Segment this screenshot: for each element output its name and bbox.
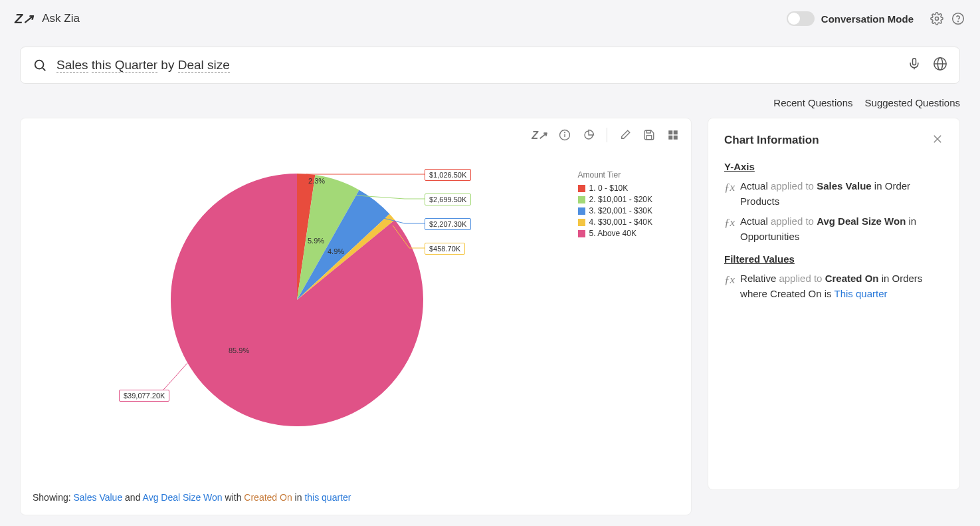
- legend-item[interactable]: 2. $10,001 - $20K: [578, 195, 652, 204]
- legend-title: Amount Tier: [578, 170, 652, 180]
- pie-pct-2: 5.9%: [308, 237, 324, 245]
- search-query: Sales this Quarter by Deal size: [56, 58, 886, 72]
- gear-icon[interactable]: [930, 11, 944, 26]
- callout-1: $1,026.50K: [425, 169, 471, 181]
- link-created-on[interactable]: Created On: [244, 492, 292, 503]
- callout-4: $458.70K: [425, 243, 465, 255]
- close-icon[interactable]: [931, 133, 943, 148]
- link-avg-deal[interactable]: Avg Deal Size Won: [143, 492, 223, 503]
- legend-item[interactable]: 3. $20,001 - $30K: [578, 206, 652, 215]
- pie-pct-1: 2.3%: [308, 177, 325, 185]
- pie-chart: 2.3% 5.9% 4.9% 85.9% $1,026.50K $2,699.5…: [33, 130, 679, 456]
- app-title: Ask Zia: [42, 12, 80, 25]
- top-bar: Z​↗ Ask Zia Conversation Mode: [0, 0, 980, 37]
- zia-logo: Z​↗: [15, 11, 34, 27]
- yaxis-item: ƒx Actual applied to Sales Value in Orde…: [724, 179, 943, 209]
- svg-point-3: [35, 61, 44, 69]
- svg-point-2: [958, 21, 959, 22]
- chart-info-panel: Chart Information Y-Axis ƒx Actual appli…: [708, 118, 960, 490]
- svg-rect-5: [913, 59, 916, 65]
- legend-item[interactable]: 4. $30,001 - $40K: [578, 217, 652, 227]
- conversation-mode-label: Conversation Mode: [821, 13, 914, 25]
- filtered-heading: Filtered Values: [724, 253, 943, 265]
- mic-icon[interactable]: [908, 56, 921, 74]
- chart-info-title: Chart Information: [724, 134, 931, 147]
- link-this-quarter[interactable]: this quarter: [304, 492, 351, 503]
- pie-pct-3: 4.9%: [328, 247, 344, 255]
- fx-icon: ƒx: [724, 214, 735, 244]
- legend-item[interactable]: 5. Above 40K: [578, 229, 652, 238]
- search-icon: [33, 58, 47, 72]
- showing-text: Showing: Sales Value and Avg Deal Size W…: [33, 492, 351, 503]
- filter-item: ƒx Relative applied to Created On in Ord…: [724, 271, 943, 301]
- search-bar[interactable]: Sales this Quarter by Deal size: [20, 47, 960, 84]
- suggested-questions-link[interactable]: Suggested Questions: [865, 97, 960, 108]
- callout-5: $39,077.20K: [119, 390, 169, 402]
- globe-icon[interactable]: [933, 57, 947, 74]
- conversation-mode-toggle[interactable]: [787, 11, 815, 26]
- recent-questions-link[interactable]: Recent Questions: [773, 97, 852, 108]
- callout-3: $2,207.30K: [425, 218, 471, 230]
- callout-2: $2,699.50K: [425, 194, 471, 205]
- chart-card: Z↗: [20, 118, 692, 515]
- link-this-quarter-filter[interactable]: This quarter: [834, 288, 888, 299]
- fx-icon: ƒx: [724, 179, 735, 209]
- yaxis-item: ƒx Actual applied to Avg Deal Size Won i…: [724, 214, 943, 244]
- pie-pct-5: 85.9%: [229, 346, 249, 354]
- legend-item[interactable]: 1. 0 - $10K: [578, 184, 652, 193]
- legend: Amount Tier 1. 0 - $10K 2. $10,001 - $20…: [578, 170, 652, 240]
- yaxis-heading: Y-Axis: [724, 161, 943, 172]
- question-links: Recent Questions Suggested Questions: [0, 84, 980, 118]
- svg-line-4: [43, 68, 45, 70]
- fx-icon: ƒx: [724, 271, 735, 301]
- link-sales-value[interactable]: Sales Value: [73, 492, 122, 503]
- svg-point-1: [953, 13, 964, 25]
- svg-point-0: [935, 17, 939, 21]
- help-icon[interactable]: [951, 11, 965, 26]
